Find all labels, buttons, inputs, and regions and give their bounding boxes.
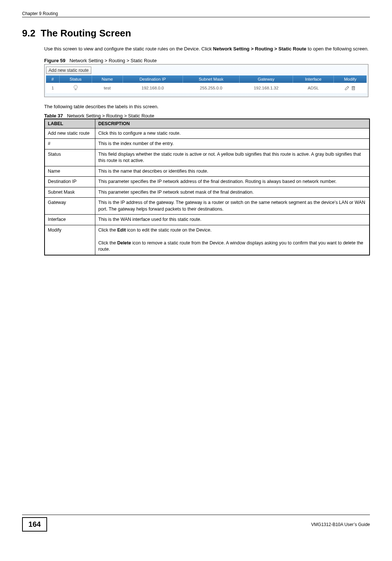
cell-name: test [92,83,123,93]
figure-title: Network Setting > Routing > Static Route [70,58,157,63]
desc-text: This is the index number of the entry. [95,139,370,149]
desc-row: Name This is the name that describes or … [45,166,370,177]
intro-text-post: to open the following screen. [306,46,368,52]
intro-text-pre: Use this screen to view and configure th… [44,46,213,52]
desc-head-desc: DESCRIPTION [95,119,370,128]
table-header-row: # Status Name Destination IP Subnet Mask… [46,75,367,83]
desc-label: Subnet Mask [45,187,95,198]
col-iface: Interface [293,75,333,83]
modify-bold-edit: Edit [117,227,126,233]
modify-bold-delete: Delete [117,240,131,246]
desc-label: Modify [45,225,95,255]
add-button-label: Add new static route [49,68,89,73]
modify-text: icon to remove a static route from the D… [98,240,363,252]
col-gw: Gateway [240,75,293,83]
cell-modify [334,83,367,93]
modify-text: icon to edit the static route on the Dev… [126,227,212,233]
desc-row: Subnet Mask This parameter specifies the… [45,187,370,198]
page-number: 164 [22,517,47,532]
desc-row: # This is the index number of the entry. [45,139,370,149]
edit-icon[interactable] [345,85,351,90]
desc-label: Status [45,149,95,166]
cell-gw: 192.168.1.32 [240,83,293,93]
cell-mask: 255.255.0.0 [183,83,239,93]
table-row: 1 test 192.168.0.0 255.255.0.0 192.168.1… [46,83,367,93]
static-route-screenshot: Add new static route # Status Name Desti… [44,64,368,97]
svg-rect-1 [352,86,355,87]
desc-text-modify: Click the Edit icon to edit the static r… [95,225,370,255]
col-modify: Modify [334,75,367,83]
col-name: Name [92,75,123,83]
desc-label: Gateway [45,198,95,215]
cell-num: 1 [46,83,59,93]
static-routes-table: # Status Name Destination IP Subnet Mask… [46,75,367,93]
desc-row: Destination IP This parameter specifies … [45,177,370,187]
desc-text: This parameter specifies the IP network … [95,177,370,187]
modify-text: Click the [98,240,117,246]
description-table: LABEL DESCRIPTION Add new static route C… [44,119,370,255]
table-title: Network Setting > Routing > Static Route [67,113,154,119]
section-number: 9.2 [22,28,35,39]
figure-caption: Figure 59 Network Setting > Routing > St… [44,58,370,63]
col-num: # [46,75,59,83]
chapter-label: Chapter 9 Routing [22,11,58,16]
desc-row-modify: Modify Click the Edit icon to edit the s… [45,225,370,255]
delete-icon[interactable] [351,85,356,90]
desc-label: Interface [45,215,95,225]
page-footer: 164 VMG1312-B10A User’s Guide [22,515,370,532]
guide-name: VMG1312-B10A User’s Guide [311,522,370,527]
desc-label: Destination IP [45,177,95,187]
modify-text: Click the [98,227,117,233]
figure-number: Figure 59 [44,58,66,63]
after-figure-text: The following table describes the labels… [44,104,370,109]
table-number: Table 37 [44,113,63,119]
section-heading: 9.2 The Routing Screen [22,28,370,39]
section-title-text: The Routing Screen [41,28,131,39]
add-new-static-route-button[interactable]: Add new static route [46,67,91,74]
intro-paragraph: Use this screen to view and configure th… [44,46,370,53]
col-mask: Subnet Mask [183,75,239,83]
desc-text: This is the WAN interface used for this … [95,215,370,225]
desc-row: Interface This is the WAN interface used… [45,215,370,225]
desc-text: This is the IP address of the gateway. T… [95,198,370,215]
desc-row: Status This field displays whether the s… [45,149,370,166]
desc-text: This is the name that describes or ident… [95,166,370,177]
desc-label: # [45,139,95,149]
col-status: Status [59,75,92,83]
desc-head-label: LABEL [45,119,95,128]
cell-status [59,83,92,93]
desc-row: Gateway This is the IP address of the ga… [45,198,370,215]
desc-header-row: LABEL DESCRIPTION [45,119,370,128]
desc-text: This field displays whether the static r… [95,149,370,166]
col-dest: Destination IP [123,75,183,83]
desc-row: Add new static route Click this to confi… [45,128,370,139]
intro-bold-path: Network Setting > Routing > Static Route [213,46,307,52]
table-caption: Table 37 Network Setting > Routing > Sta… [44,113,370,119]
bulb-icon[interactable] [74,85,77,90]
page-header: Chapter 9 Routing [22,11,370,17]
desc-text: This parameter specifies the IP network … [95,187,370,198]
desc-text: Click this to configure a new static rou… [95,128,370,139]
desc-label: Name [45,166,95,177]
desc-label: Add new static route [45,128,95,139]
cell-dest: 192.168.0.0 [123,83,183,93]
cell-iface: ADSL [293,83,333,93]
